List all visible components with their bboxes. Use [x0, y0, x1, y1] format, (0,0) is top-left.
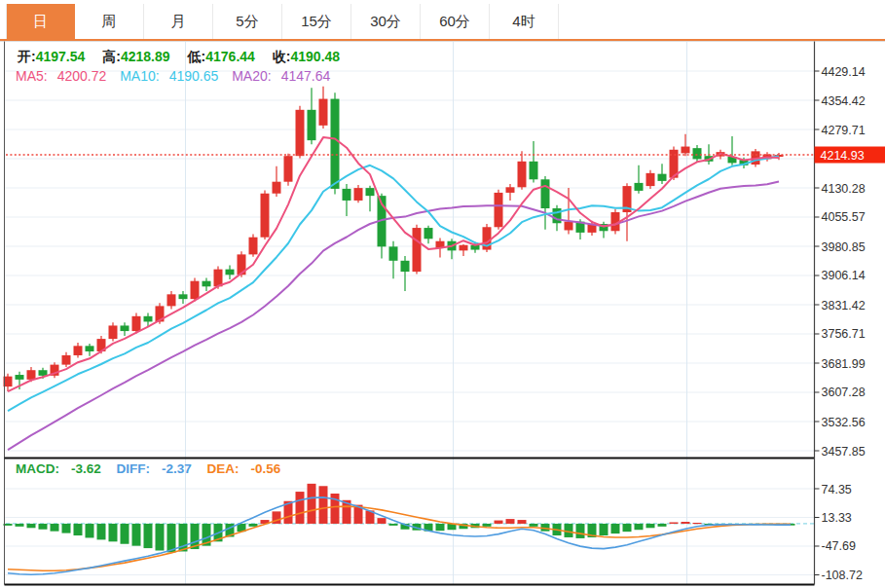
candle — [16, 375, 24, 380]
high-label: 高: — [102, 49, 121, 64]
candle — [226, 270, 235, 276]
kline-app: 4429.144354.424279.714130.284055.573980.… — [0, 0, 885, 588]
dea-value: -0.56 — [251, 461, 281, 476]
high-value: 4218.89 — [121, 49, 170, 64]
ma5-value: 4200.72 — [57, 68, 107, 84]
price-tick-label: 3532.56 — [822, 416, 866, 429]
open-value: 4197.54 — [36, 49, 86, 64]
candle — [354, 188, 363, 201]
candle — [460, 245, 468, 251]
ma5-label: MA5: — [16, 68, 48, 84]
close-value: 4190.48 — [291, 49, 341, 64]
candle — [109, 325, 118, 339]
candle — [132, 316, 141, 331]
tab-60min[interactable]: 60分 — [421, 4, 490, 39]
macd-label: MACD: — [16, 461, 59, 476]
candle — [203, 281, 211, 287]
price-tick-label: 3756.71 — [822, 327, 866, 341]
close-label: 收: — [273, 49, 291, 64]
candle — [530, 162, 538, 179]
candle — [27, 370, 36, 380]
candle — [635, 183, 644, 191]
main-plot-area[interactable] — [5, 42, 815, 459]
low-value: 4176.44 — [205, 49, 255, 64]
candle — [308, 110, 316, 140]
candle — [413, 228, 422, 272]
macd-tick-label: 13.33 — [822, 511, 852, 525]
candle — [424, 228, 433, 239]
candle — [693, 148, 702, 159]
tab-week[interactable]: 周 — [75, 4, 144, 39]
candle — [495, 193, 503, 227]
ma10-label: MA10: — [120, 68, 159, 84]
tab-month[interactable]: 月 — [144, 4, 213, 39]
tab-15min[interactable]: 15分 — [282, 4, 351, 39]
candle — [319, 99, 328, 126]
price-tick-label: 4429.14 — [822, 65, 866, 79]
tab-5min[interactable]: 5分 — [213, 4, 282, 39]
macd-value: -3.62 — [71, 461, 101, 476]
candle — [389, 246, 398, 260]
macd-tick-label: -108.72 — [822, 569, 863, 582]
candle — [121, 325, 129, 331]
candle — [646, 173, 655, 186]
macd-legend: MACD:-3.62 DIFF:-2.37 DEA:-0.56 — [16, 461, 292, 476]
price-tick-label: 4130.28 — [822, 182, 866, 196]
candle — [273, 182, 281, 194]
candle — [74, 346, 83, 355]
candle — [366, 188, 375, 196]
last-price-tag: 4214.93 — [815, 147, 885, 164]
price-tick-label: 3607.28 — [822, 386, 866, 399]
candle — [541, 179, 550, 208]
period-tabbar: 日 周 月 5分 15分 30分 60分 4时 — [0, 0, 885, 41]
chart-canvas: 4429.144354.424279.714130.284055.573980.… — [0, 0, 885, 588]
candle — [296, 110, 305, 156]
macd-tick-label: -47.69 — [822, 539, 856, 553]
price-tick-label: 3681.99 — [822, 357, 866, 371]
candle — [506, 187, 515, 193]
macd-tick-label: 74.35 — [822, 483, 852, 496]
ma-legend: MA5:4200.72 MA10:4190.65 MA20:4147.64 — [16, 68, 340, 84]
macd-plot-area[interactable] — [5, 459, 815, 585]
candle — [39, 370, 48, 376]
candle — [167, 294, 176, 306]
candle — [214, 270, 223, 287]
tab-day[interactable]: 日 — [6, 4, 75, 39]
tab-4hour[interactable]: 4时 — [490, 4, 559, 39]
candle — [565, 222, 573, 231]
price-tick-label: 4354.42 — [822, 94, 866, 108]
diff-value: -2.37 — [162, 461, 192, 476]
dea-label: DEA: — [207, 461, 240, 476]
open-label: 开: — [18, 49, 36, 64]
candle — [86, 346, 94, 351]
ma20-label: MA20: — [232, 68, 271, 84]
price-tick-label: 4055.57 — [822, 210, 866, 224]
candle — [658, 174, 667, 181]
candle — [179, 294, 188, 299]
candle — [284, 156, 293, 182]
candle — [249, 238, 258, 255]
price-tick-label: 4279.71 — [822, 124, 866, 137]
candle — [343, 189, 351, 201]
diff-label: DIFF: — [117, 461, 151, 476]
price-tick-label: 3831.42 — [822, 299, 866, 312]
price-tick-label: 3980.85 — [822, 240, 866, 254]
candle — [331, 99, 340, 189]
candle — [682, 147, 690, 154]
candle — [401, 261, 410, 272]
candle — [191, 281, 200, 299]
candle — [518, 162, 527, 188]
ma20-value: 4147.64 — [281, 68, 331, 84]
price-tick-label: 3906.14 — [822, 269, 866, 282]
candle — [261, 194, 270, 238]
ma10-value: 4190.65 — [169, 68, 219, 84]
low-label: 低: — [188, 49, 206, 64]
ohlc-legend: 开:4197.54高:4218.89低:4176.44收:4190.48 — [16, 49, 355, 66]
candle — [553, 208, 562, 223]
candle — [62, 355, 71, 365]
last-price-value: 4214.93 — [821, 149, 865, 163]
price-tick-label: 3457.85 — [822, 445, 866, 459]
candle — [144, 316, 153, 322]
tab-30min[interactable]: 30分 — [351, 4, 421, 39]
